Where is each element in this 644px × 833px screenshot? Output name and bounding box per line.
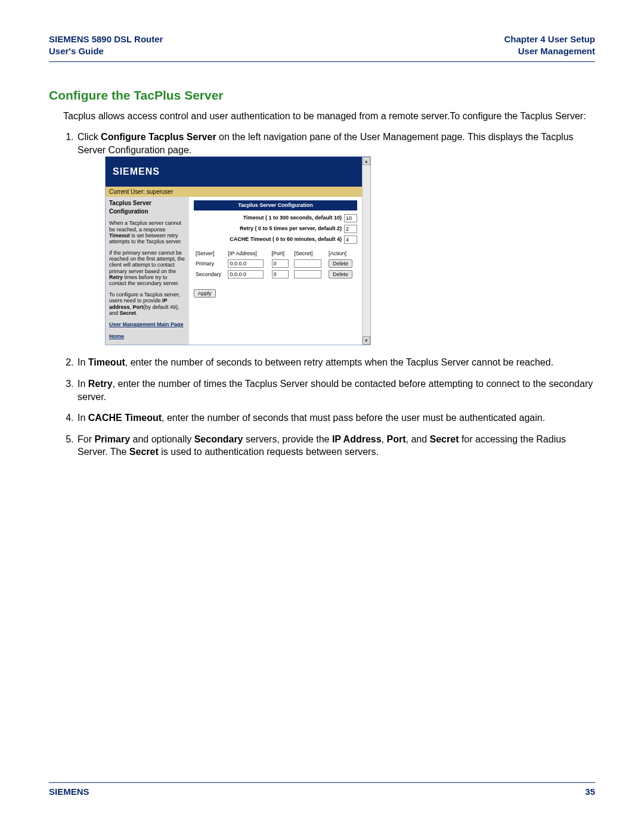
step-4: In CACHE Timeout, enter the number of se…: [76, 411, 595, 425]
embedded-screenshot: ▴ ▾ SIEMENS Current User: superuser Tacp…: [105, 156, 371, 345]
table-row: Secondary Delete: [194, 269, 357, 280]
header-chapter: Chapter 4 User Setup: [504, 33, 595, 45]
col-port: [Port]: [270, 249, 293, 258]
step-1: Click Configure Tacplus Server on the le…: [76, 131, 595, 345]
current-user-bar: Current User: superuser: [106, 187, 362, 197]
retry-label: Retry ( 0 to 5 times per server, default…: [194, 225, 344, 232]
step-2: In Timeout, enter the number of seconds …: [76, 356, 595, 369]
col-ip: [IP Address]: [226, 249, 270, 258]
step-5: For Primary and optionally Secondary ser…: [76, 433, 595, 459]
primary-delete-button[interactable]: Delete: [329, 259, 352, 268]
header-section: User Management: [504, 45, 595, 57]
secondary-ip-input[interactable]: [228, 270, 264, 278]
timeout-input[interactable]: [344, 214, 357, 222]
intro-paragraph: Tacplus allows access control and user a…: [63, 110, 595, 123]
primary-ip-input[interactable]: [228, 259, 264, 268]
left-para-1: When a Tacplus server cannot be reached,…: [109, 220, 185, 244]
left-para-3: To configure a Tacplus server, users nee…: [109, 292, 185, 316]
page-footer: SIEMENS 35: [49, 782, 595, 797]
server-name-primary: Primary: [194, 258, 226, 269]
left-para-2: If the primary server cannot be reached …: [109, 250, 185, 287]
left-panel-title: Tacplus Server Configuration: [109, 199, 185, 215]
header-subtitle: User's Guide: [49, 45, 163, 57]
primary-secret-input[interactable]: [294, 259, 321, 268]
config-panel-header: Tacplus Server Configuration: [194, 200, 357, 210]
server-name-secondary: Secondary: [194, 269, 226, 280]
section-title: Configure the TacPlus Server: [49, 88, 595, 103]
left-nav-panel: Tacplus Server Configuration When a Tacp…: [106, 197, 189, 345]
steps-list: Click Configure Tacplus Server on the le…: [63, 131, 595, 459]
siemens-logo: SIEMENS: [106, 157, 362, 187]
table-row: Primary Delete: [194, 258, 357, 269]
page-header: SIEMENS 5890 DSL Router User's Guide Cha…: [49, 33, 595, 62]
footer-page-number: 35: [585, 786, 595, 797]
secondary-port-input[interactable]: [272, 270, 289, 278]
col-action: [Action]: [327, 249, 357, 258]
link-user-mgmt-main[interactable]: User Management Main Page: [109, 321, 185, 328]
header-product: SIEMENS 5890 DSL Router: [49, 33, 163, 45]
retry-input[interactable]: [344, 225, 357, 233]
timeout-label: Timeout ( 1 to 300 seconds, default 10): [194, 214, 344, 221]
footer-brand: SIEMENS: [49, 786, 89, 797]
link-home[interactable]: Home: [109, 333, 185, 340]
apply-button[interactable]: Apply: [194, 289, 216, 298]
scroll-up-icon[interactable]: ▴: [363, 157, 370, 165]
secondary-secret-input[interactable]: [294, 270, 321, 278]
primary-port-input[interactable]: [272, 259, 289, 268]
main-config-panel: Tacplus Server Configuration Timeout ( 1…: [189, 197, 362, 345]
cache-timeout-input[interactable]: [344, 236, 357, 244]
server-table: [Server] [IP Address] [Port] [Secret] [A…: [194, 249, 357, 280]
col-server: [Server]: [194, 249, 226, 258]
step-3: In Retry, enter the number of times the …: [76, 377, 595, 403]
cache-timeout-label: CACHE Timeout ( 0 to 60 minutes, default…: [194, 236, 344, 243]
scrollbar[interactable]: ▴ ▾: [362, 157, 370, 345]
secondary-delete-button[interactable]: Delete: [329, 270, 352, 278]
col-secret: [Secret]: [292, 249, 327, 258]
scroll-down-icon[interactable]: ▾: [363, 336, 370, 345]
